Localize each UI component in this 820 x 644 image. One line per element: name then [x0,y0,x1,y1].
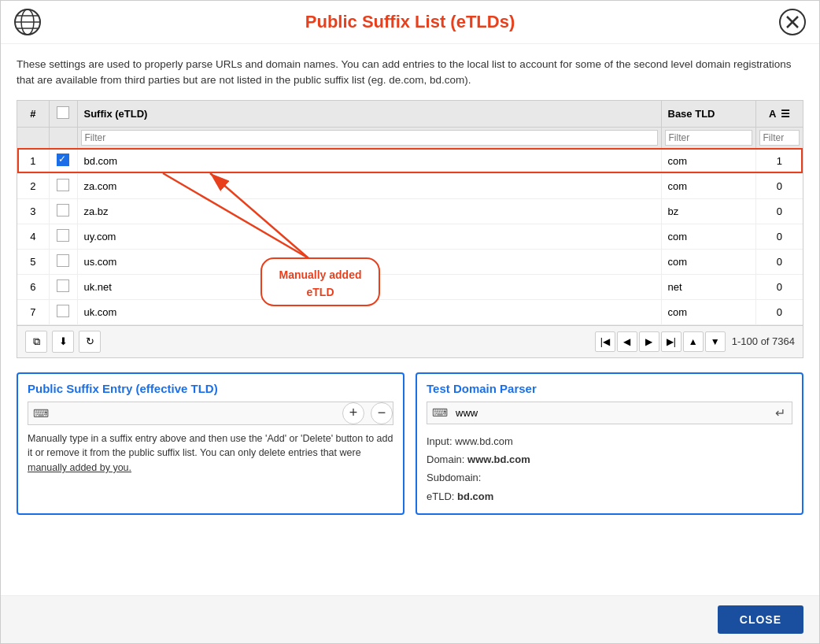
col-header-num: # [17,101,49,128]
row-suffix: us.com [77,249,661,274]
suffix-text-input[interactable] [54,404,339,422]
row-basetld: com [661,299,755,324]
row-suffix: uk.net [77,274,661,299]
row-checkbox[interactable] [57,204,69,217]
row-basetld: com [661,173,755,198]
suffix-btn-row: + − [339,402,393,424]
row-num: 6 [17,274,49,299]
row-checkbox[interactable] [57,179,69,191]
first-page-button[interactable]: |◀ [595,331,615,352]
pagination-bar: ⧉ ⬇ ↻ |◀ ◀ ▶ ▶| ▲ ▼ 1-100 of 7364 [17,325,803,357]
row-num: 4 [17,224,49,249]
suffix-entry-panel: Public Suffix Entry (effective TLD) ⌨ + … [17,372,404,516]
suffix-input-row: ⌨ + − [28,402,393,425]
delete-suffix-button[interactable]: − [371,402,393,424]
row-checkbox-cell [49,299,77,324]
row-num: 5 [17,249,49,274]
select-all-checkbox[interactable] [57,106,69,119]
keyboard-icon: ⌨ [28,404,54,423]
globe-icon [13,8,42,36]
close-button[interactable]: CLOSE [718,605,803,634]
filter-basetld-input[interactable] [665,130,752,146]
row-basetld: com [661,148,755,173]
test-result: Input: www.bd.com Domain: www.bd.com Sub… [427,432,792,506]
table-container: # Suffix (eTLD) Base TLD A ☰ [17,100,803,358]
test-etld-row: eTLD: bd.com [427,487,792,505]
suffix-description: Manually type in a suffix entry above an… [28,431,393,476]
prev-page-button[interactable]: ◀ [617,331,637,352]
row-a: 0 [755,299,803,324]
table-row[interactable]: 5us.comcom0 [17,249,803,274]
dialog-body: These settings are used to properly pars… [1,44,819,595]
table-row[interactable]: 2za.comcom0 [17,173,803,198]
row-checkbox[interactable] [57,305,69,317]
row-num: 1 [17,148,49,173]
col-header-check [49,101,77,128]
copy-button[interactable]: ⧉ [25,331,47,353]
row-checkbox[interactable] [57,229,69,242]
close-x-icon[interactable] [778,8,807,36]
test-domain-input[interactable] [452,404,769,422]
table-row[interactable]: 7uk.comcom0 [17,299,803,324]
row-checkbox-cell [49,224,77,249]
row-checkbox[interactable] [57,154,69,166]
table-row[interactable]: 1bd.comcom1 [17,148,803,173]
suffix-table: # Suffix (eTLD) Base TLD A ☰ [17,101,803,325]
test-input-row: ⌨ ↵ [427,402,792,424]
row-checkbox-cell [49,249,77,274]
test-enter-button[interactable]: ↵ [769,402,792,424]
test-domain-panel: Test Domain Parser ⌨ ↵ Input: www.bd.com… [416,372,803,516]
row-suffix: za.bz [77,198,661,224]
row-suffix: za.com [77,173,661,198]
col-header-basetld: Base TLD [661,101,755,128]
scroll-up-button[interactable]: ▲ [683,331,704,352]
refresh-button[interactable]: ↻ [79,331,101,353]
row-a: 0 [755,173,803,198]
row-basetld: com [661,224,755,249]
table-row[interactable]: 4uy.comcom0 [17,224,803,249]
row-num: 7 [17,299,49,324]
page-info: 1-100 of 7364 [732,335,795,347]
scroll-down-button[interactable]: ▼ [705,331,726,352]
last-page-button[interactable]: ▶| [661,331,681,352]
add-suffix-button[interactable]: + [342,402,364,424]
filter-row [17,127,803,148]
table-header-row: # Suffix (eTLD) Base TLD A ☰ [17,101,803,128]
description-text: These settings are used to properly pars… [17,57,803,89]
row-suffix: uy.com [77,224,661,249]
row-suffix: bd.com [77,148,661,173]
row-a: 1 [755,148,803,173]
table-row[interactable]: 6uk.netnet0 [17,274,803,299]
row-checkbox-cell [49,274,77,299]
dialog-title: Public Suffix List (eTLDs) [305,12,515,32]
row-a: 0 [755,249,803,274]
dialog-footer: CLOSE [1,595,819,643]
next-page-button[interactable]: ▶ [639,331,659,352]
manually-added-link[interactable]: manually added by you. [28,462,131,473]
row-basetld: bz [661,198,755,224]
test-keyboard-icon: ⌨ [427,403,452,422]
col-header-suffix: Suffix (eTLD) [77,101,661,128]
row-num: 2 [17,173,49,198]
suffix-panel-title: Public Suffix Entry (effective TLD) [28,382,393,395]
download-button[interactable]: ⬇ [52,331,74,353]
row-checkbox-cell [49,148,77,173]
dialog-header: Public Suffix List (eTLDs) [1,1,819,44]
filter-a-input[interactable] [759,130,800,146]
test-subdomain-row: Subdomain: [427,468,792,487]
row-checkbox[interactable] [57,254,69,267]
row-a: 0 [755,274,803,299]
row-basetld: net [661,274,755,299]
test-domain-row: Domain: www.bd.com [427,450,792,468]
filter-suffix-input[interactable] [81,130,658,146]
row-checkbox-cell [49,173,77,198]
test-input-result: Input: www.bd.com [427,432,792,450]
row-basetld: com [661,249,755,274]
row-a: 0 [755,224,803,249]
col-header-a: A ☰ [755,101,803,128]
table-body: 1bd.comcom12za.comcom03za.bzbz04uy.comco… [17,148,803,324]
table-row[interactable]: 3za.bzbz0 [17,198,803,224]
row-a: 0 [755,198,803,224]
row-checkbox[interactable] [57,279,69,292]
test-panel-title: Test Domain Parser [427,382,792,395]
